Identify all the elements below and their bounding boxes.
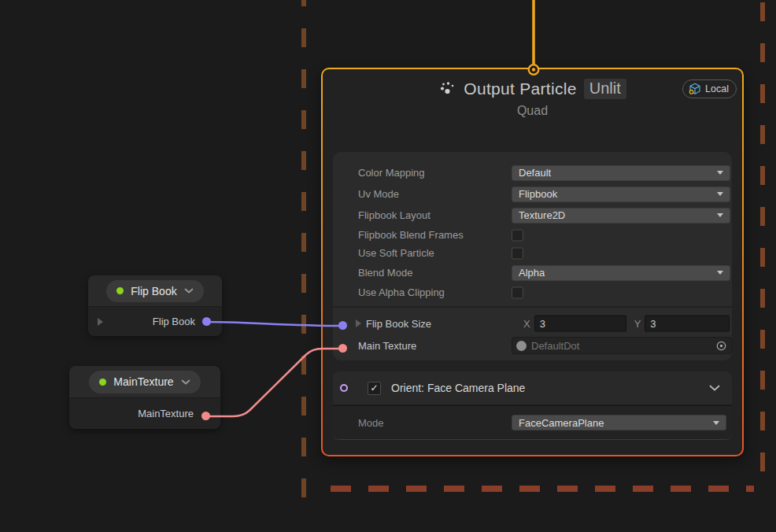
- main-texture-parameter-node[interactable]: MainTexture MainTexture: [69, 366, 220, 429]
- parameter-pill[interactable]: Flip Book: [106, 280, 203, 302]
- output-port-label: MainTexture: [138, 408, 194, 419]
- orient-block-title: Orient: Face Camera Plane: [391, 382, 525, 394]
- node-header: Output Particle Unlit: [323, 78, 742, 99]
- space-toggle-button[interactable]: Local: [682, 79, 737, 98]
- setting-row-use-soft-particle: Use Soft Particle: [333, 244, 732, 262]
- use-soft-particle-checkbox[interactable]: [512, 247, 523, 259]
- target-picker-icon: [715, 340, 727, 352]
- output-particle-node[interactable]: Output Particle Unlit Local Quad Color M…: [321, 68, 744, 456]
- port-row-main-texture: Main Texture DefaultDot: [333, 334, 732, 357]
- parameter-name: Flip Book: [131, 285, 176, 297]
- setting-label: Color Mapping: [333, 167, 425, 179]
- cube-icon: [689, 83, 701, 95]
- setting-label: Flipbook Blend Frames: [333, 229, 464, 241]
- setting-row-flipbook-layout: Flipbook Layout Texture2D: [333, 205, 732, 226]
- setting-label: Flipbook Layout: [333, 209, 430, 221]
- object-picker-button[interactable]: [715, 340, 727, 352]
- use-alpha-clipping-checkbox[interactable]: [512, 286, 523, 298]
- texture-thumbnail-icon: [516, 341, 527, 351]
- exposed-parameter-dot-icon: [99, 379, 106, 386]
- chevron-down-icon[interactable]: [709, 385, 720, 391]
- flip-book-size-input-port[interactable]: [338, 321, 347, 330]
- node-settings-panel: Color Mapping Default Uv Mode Flipbook F…: [333, 152, 732, 360]
- parameter-node-header: Flip Book: [88, 275, 222, 306]
- chevron-down-icon: [717, 192, 723, 196]
- particles-icon: [438, 81, 456, 97]
- setting-label: Use Soft Particle: [333, 247, 434, 259]
- exposed-parameter-dot-icon: [116, 287, 124, 294]
- system-boundary-bottom: [331, 486, 754, 492]
- chevron-down-icon: [717, 271, 723, 275]
- checkmark-icon: ✓: [370, 382, 378, 393]
- flip-book-output-port[interactable]: [202, 317, 211, 326]
- y-value-input[interactable]: 3: [645, 316, 730, 332]
- main-texture-object-field[interactable]: DefaultDot: [512, 337, 732, 354]
- blend-mode-dropdown[interactable]: Alpha: [512, 265, 730, 281]
- vector2-field: X 3 Y 3: [523, 316, 732, 332]
- parameter-name: MainTexture: [113, 375, 173, 388]
- orient-block-header[interactable]: ✓ Orient: Face Camera Plane: [333, 371, 732, 405]
- mode-label: Mode: [333, 417, 384, 429]
- system-boundary-left: [301, 0, 306, 497]
- panel-divider: [333, 306, 732, 308]
- parameter-pill[interactable]: MainTexture: [89, 371, 200, 393]
- expand-triangle-icon[interactable]: [356, 320, 361, 327]
- chevron-down-icon[interactable]: [184, 288, 194, 294]
- setting-row-use-alpha-clipping: Use Alpha Clipping: [333, 283, 732, 301]
- y-axis-label: Y: [634, 318, 641, 330]
- main-texture-input-port[interactable]: [338, 344, 347, 353]
- setting-row-uv-mode: Uv Mode Flipbook: [333, 183, 732, 205]
- flip-book-parameter-node[interactable]: Flip Book Flip Book: [88, 275, 222, 336]
- setting-label: Blend Mode: [333, 267, 412, 279]
- output-port-label: Flip Book: [153, 316, 195, 327]
- chevron-down-icon: [713, 421, 719, 425]
- node-subtitle: Quad: [323, 104, 742, 118]
- x-value-input[interactable]: 3: [534, 316, 626, 332]
- port-row-flip-book-size: Flip Book Size X 3 Y 3: [333, 312, 732, 334]
- vfx-graph-canvas[interactable]: Output Particle Unlit Local Quad Color M…: [0, 0, 776, 532]
- node-context-tag: Unlit: [584, 79, 626, 99]
- parameter-output-row: MainTexture: [69, 397, 220, 429]
- setting-row-color-mapping: Color Mapping Default: [333, 162, 732, 183]
- chevron-down-icon[interactable]: [181, 379, 190, 385]
- x-axis-label: X: [523, 318, 530, 330]
- output-particle-node-body: Output Particle Unlit Local Quad Color M…: [323, 69, 742, 455]
- setting-row-flipbook-blend-frames: Flipbook Blend Frames: [333, 226, 732, 244]
- chevron-down-icon: [717, 213, 723, 217]
- flipbook-blend-frames-checkbox[interactable]: [512, 229, 523, 241]
- orient-block-port[interactable]: [340, 384, 348, 392]
- space-badge-label: Local: [705, 83, 729, 94]
- orient-row-mode: Mode FaceCameraPlane: [333, 406, 732, 439]
- port-label: Flip Book Size: [361, 318, 431, 330]
- setting-label: Uv Mode: [333, 188, 399, 200]
- object-name: DefaultDot: [531, 340, 579, 352]
- orient-block[interactable]: ✓ Orient: Face Camera Plane Mode FaceCam…: [333, 371, 732, 439]
- flipbook-layout-dropdown[interactable]: Texture2D: [512, 208, 730, 224]
- uv-mode-dropdown[interactable]: Flipbook: [512, 187, 730, 202]
- color-mapping-dropdown[interactable]: Default: [512, 165, 730, 181]
- orient-enabled-checkbox[interactable]: ✓: [368, 382, 381, 395]
- orient-mode-dropdown[interactable]: FaceCameraPlane: [512, 415, 726, 430]
- expand-triangle-icon[interactable]: [98, 318, 103, 326]
- parameter-node-header: MainTexture: [69, 366, 220, 397]
- node-title: Output Particle: [464, 79, 576, 98]
- main-texture-output-port[interactable]: [201, 412, 210, 420]
- chevron-down-icon: [717, 171, 723, 175]
- orient-block-body: Mode FaceCameraPlane: [333, 406, 732, 439]
- setting-row-blend-mode: Blend Mode Alpha: [333, 262, 732, 283]
- setting-label: Use Alpha Clipping: [333, 286, 445, 298]
- system-boundary-right: [760, 2, 765, 476]
